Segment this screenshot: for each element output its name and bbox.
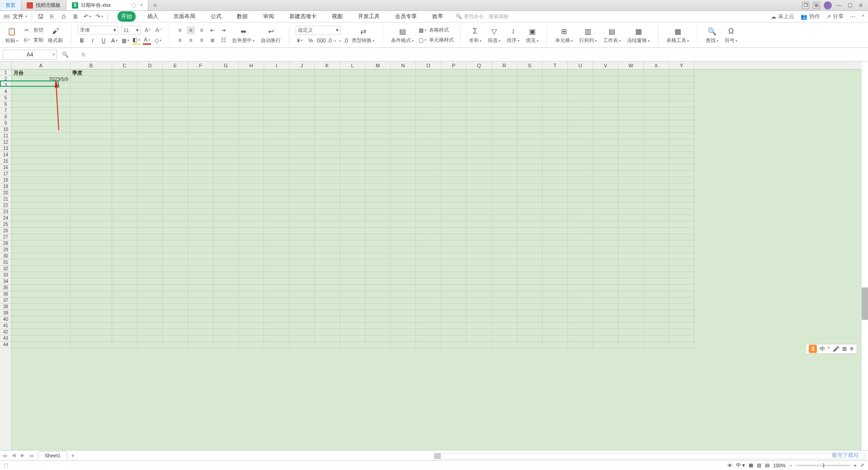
- col-header-Y[interactable]: Y: [669, 61, 694, 69]
- cell-A35[interactable]: [12, 285, 71, 291]
- cell-P26[interactable]: [441, 228, 467, 234]
- cell-D30[interactable]: [137, 253, 163, 259]
- cell-U12[interactable]: [568, 139, 593, 146]
- cell-Q15[interactable]: [467, 158, 492, 164]
- cell-B24[interactable]: [71, 215, 112, 221]
- close-tab-icon[interactable]: •: [141, 2, 142, 9]
- cell-D8[interactable]: [137, 114, 163, 120]
- cell-A8[interactable]: [12, 114, 71, 120]
- cell-F33[interactable]: [188, 272, 213, 278]
- cell-U40[interactable]: [568, 316, 593, 323]
- cell-A1[interactable]: 月份: [12, 70, 71, 76]
- cell-D10[interactable]: [137, 127, 163, 133]
- col-header-T[interactable]: T: [542, 61, 568, 69]
- cell-M12[interactable]: [365, 139, 391, 146]
- cell-X31[interactable]: [644, 259, 669, 266]
- cell-W29[interactable]: [618, 247, 644, 253]
- row-header-39[interactable]: 39: [0, 310, 11, 316]
- cell-M11[interactable]: [365, 133, 391, 139]
- cell-T27[interactable]: [542, 234, 568, 240]
- cell-V5[interactable]: [593, 95, 618, 101]
- cell-L1[interactable]: [340, 70, 365, 76]
- cell-X26[interactable]: [644, 228, 669, 234]
- cell-H7[interactable]: [239, 108, 264, 114]
- cell-M19[interactable]: [365, 183, 391, 190]
- cell-D40[interactable]: [137, 316, 163, 323]
- cell-V16[interactable]: [593, 164, 618, 171]
- cell-V30[interactable]: [593, 253, 618, 259]
- view-break-icon[interactable]: ▤: [765, 462, 769, 468]
- cell-Y17[interactable]: [669, 171, 694, 177]
- cell-F9[interactable]: [188, 120, 213, 127]
- cell-F2[interactable]: [188, 76, 213, 82]
- cell-O6[interactable]: [416, 101, 441, 108]
- column-headers[interactable]: ABCDEFGHIJKLMNOPQRSTUVWXY: [12, 61, 862, 70]
- cell-I31[interactable]: [264, 259, 289, 266]
- align-left-icon[interactable]: ≡: [176, 36, 184, 44]
- cell-G2[interactable]: [213, 76, 239, 82]
- add-sheet-button[interactable]: +: [71, 452, 75, 459]
- cell-O13[interactable]: [416, 146, 441, 152]
- cell-J42[interactable]: [289, 329, 315, 335]
- cell-B35[interactable]: [71, 285, 112, 291]
- cell-L26[interactable]: [340, 228, 365, 234]
- cell-S3[interactable]: [517, 82, 542, 89]
- cell-I29[interactable]: [264, 247, 289, 253]
- cell-T19[interactable]: [542, 183, 568, 190]
- cell-J26[interactable]: [289, 228, 315, 234]
- cell-N26[interactable]: [391, 228, 416, 234]
- cell-O25[interactable]: [416, 221, 441, 228]
- cell-R32[interactable]: [492, 266, 517, 272]
- cell-S25[interactable]: [517, 221, 542, 228]
- cell-F30[interactable]: [188, 253, 213, 259]
- cell-N37[interactable]: [391, 297, 416, 304]
- cell-U37[interactable]: [568, 297, 593, 304]
- cell-T4[interactable]: [542, 89, 568, 95]
- cell-A21[interactable]: [12, 196, 71, 202]
- cell-I35[interactable]: [264, 285, 289, 291]
- cell-W20[interactable]: [618, 190, 644, 196]
- cell-H30[interactable]: [239, 253, 264, 259]
- cell-M36[interactable]: [365, 291, 391, 297]
- cell-U39[interactable]: [568, 310, 593, 316]
- cell-E36[interactable]: [163, 291, 188, 297]
- cell-A31[interactable]: [12, 259, 71, 266]
- cell-T42[interactable]: [542, 329, 568, 335]
- cell-G3[interactable]: [213, 82, 239, 89]
- cell-N20[interactable]: [391, 190, 416, 196]
- cell-R24[interactable]: [492, 215, 517, 221]
- cell-G29[interactable]: [213, 247, 239, 253]
- cell-P3[interactable]: [441, 82, 467, 89]
- cell-S35[interactable]: [517, 285, 542, 291]
- cell-G28[interactable]: [213, 240, 239, 247]
- cell-M21[interactable]: [365, 196, 391, 202]
- cell-S9[interactable]: [517, 120, 542, 127]
- cell-X41[interactable]: [644, 323, 669, 329]
- cell-X3[interactable]: [644, 82, 669, 89]
- cell-S44[interactable]: [517, 342, 542, 348]
- cell-C23[interactable]: [112, 209, 137, 215]
- cell-K41[interactable]: [315, 323, 340, 329]
- cell-D12[interactable]: [137, 139, 163, 146]
- col-header-H[interactable]: H: [239, 61, 264, 69]
- cell-K19[interactable]: [315, 183, 340, 190]
- cell-K25[interactable]: [315, 221, 340, 228]
- ribbon-tab-dev[interactable]: 开发工具: [354, 11, 383, 22]
- cell-H16[interactable]: [239, 164, 264, 171]
- cell-L37[interactable]: [340, 297, 365, 304]
- cell-W5[interactable]: [618, 95, 644, 101]
- cell-Y27[interactable]: [669, 234, 694, 240]
- cell-C15[interactable]: [112, 158, 137, 164]
- cell-B5[interactable]: [71, 95, 112, 101]
- format-painter-button[interactable]: 🖌格式刷: [46, 26, 65, 44]
- cell-D4[interactable]: [137, 89, 163, 95]
- layout2-icon[interactable]: ⊞: [813, 2, 820, 9]
- command-search[interactable]: 🔍 查找命令、搜索模板: [456, 13, 509, 20]
- cell-A41[interactable]: [12, 323, 71, 329]
- cell-G20[interactable]: [213, 190, 239, 196]
- cell-A9[interactable]: [12, 120, 71, 127]
- cell-Y20[interactable]: [669, 190, 694, 196]
- cell-E11[interactable]: [163, 133, 188, 139]
- row-header-21[interactable]: 21: [0, 196, 11, 202]
- cell-K31[interactable]: [315, 259, 340, 266]
